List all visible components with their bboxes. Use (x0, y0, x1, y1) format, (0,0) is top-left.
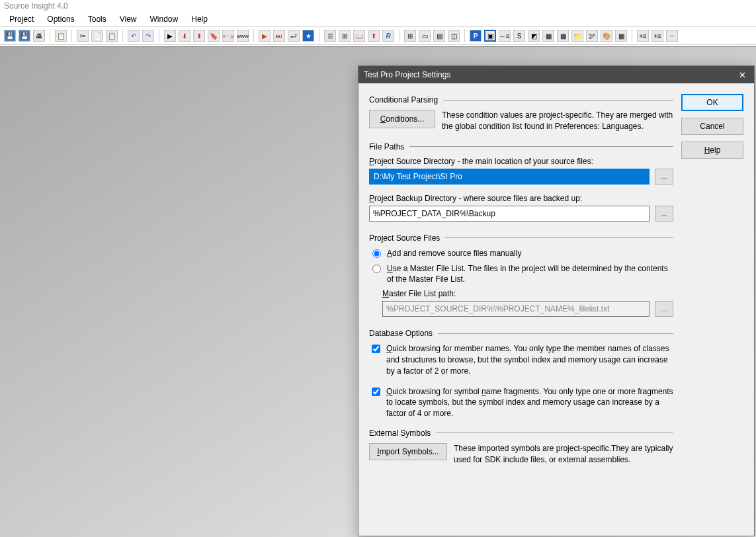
section-file-paths: File Paths (369, 142, 673, 151)
undo-icon[interactable]: ↶ (128, 30, 140, 42)
paste-icon[interactable]: 📋 (106, 30, 118, 42)
browse-backup-button[interactable]: ... (655, 206, 673, 222)
panel2-icon[interactable]: ▤ (433, 30, 445, 42)
browse-source-button[interactable]: ... (655, 169, 673, 185)
back-icon[interactable]: ⮐ (288, 30, 300, 42)
tag3-icon[interactable]: ▦ (557, 30, 569, 42)
section-database-options: Database Options (369, 329, 673, 338)
cancel-button[interactable]: Cancel (681, 118, 743, 135)
check-quick-fragments[interactable]: Quick browsing for symbol name fragments… (369, 386, 673, 419)
backup-directory-input[interactable] (369, 206, 650, 222)
inc-icon[interactable]: +≡ (637, 30, 649, 42)
master-path-input (382, 301, 650, 317)
bird-icon[interactable]: 🕊 (586, 30, 598, 42)
menu-options[interactable]: Options (40, 13, 81, 25)
bookmark-icon[interactable]: ▶ (164, 30, 176, 42)
external-row: Import Symbols... These imported symbols… (369, 443, 673, 466)
separator (253, 29, 254, 42)
separator (122, 29, 123, 42)
copy-icon[interactable]: 📋 (55, 30, 67, 42)
import-symbols-button[interactable]: Import Symbols... (369, 443, 447, 460)
master-path-block: Master File List path: ... (382, 289, 673, 317)
step-icon[interactable]: ⏭ (273, 30, 285, 42)
cut-icon[interactable]: ✂ (77, 30, 89, 42)
src-dir-row: ... (369, 169, 673, 185)
backup-dir-label: Project Backup Directory - where source … (369, 194, 673, 203)
tag1-icon[interactable]: ◩ (528, 30, 540, 42)
conditions-button[interactable]: Conditions... (369, 110, 435, 128)
menu-tools[interactable]: Tools (81, 13, 113, 25)
menu-bar: Project Options Tools View Window Help (0, 12, 756, 26)
up-icon[interactable]: ⬆ (368, 30, 380, 42)
separator (399, 29, 399, 42)
tag2-icon[interactable]: ▦ (542, 30, 554, 42)
nav1-icon[interactable]: ⬇ (179, 30, 190, 42)
save-icon[interactable]: 💾 (4, 30, 16, 42)
conditional-row: Conditions... These condition values are… (369, 110, 673, 133)
book-icon[interactable]: 📖 (353, 30, 365, 42)
copy2-icon[interactable]: 📄 (91, 30, 103, 42)
nav2-icon[interactable]: ⬇ (193, 30, 205, 42)
menu-project[interactable]: Project (3, 13, 40, 25)
separator (71, 29, 72, 42)
folder-icon[interactable]: 📁 (571, 30, 583, 42)
redo-icon[interactable]: ↷ (142, 30, 154, 42)
grid2-icon[interactable]: ▦ (615, 30, 627, 42)
indent-icon[interactable]: ←≡ (499, 30, 511, 42)
radio-master-list[interactable]: Use a Master File List. The files in the… (369, 263, 673, 286)
project-settings-dialog: Test Pro Project Settings ✕ Conditional … (358, 65, 755, 536)
list-icon[interactable]: ☰ (324, 30, 336, 42)
check-quick-members[interactable]: Quick browsing for member names. You onl… (369, 343, 673, 376)
radio-add-manual[interactable]: Add and remove source files manually (369, 248, 673, 259)
palette-icon[interactable]: 🎨 (601, 30, 612, 42)
master-path-label: Master File List path: (382, 289, 673, 298)
ok-button[interactable]: OK (681, 94, 743, 111)
print-icon[interactable]: 🖶 (33, 30, 45, 42)
separator (319, 29, 319, 42)
dialog-side-buttons: OK Cancel Help (681, 91, 743, 528)
separator (632, 29, 632, 42)
radio-manual-input[interactable] (372, 249, 381, 258)
help-button[interactable]: Help (681, 142, 743, 159)
section-conditional-parsing: Conditional Parsing (369, 95, 673, 104)
menu-view[interactable]: View (113, 13, 144, 25)
backup-dir-row: ... (369, 206, 673, 222)
radio-master-input[interactable] (372, 265, 381, 273)
toolbar: 💾 💾 🖶 📋 ✂ 📄 📋 ↶ ↷ ▶ ⬇ ⬇ 🔖 x↔y www ▶ ⏭ ⮐ … (0, 26, 756, 45)
xy-icon[interactable]: x↔y (222, 30, 234, 42)
check-quick-members-input[interactable] (372, 345, 380, 353)
section-source-files: Project Source Files (369, 233, 673, 243)
check-quick-fragments-input[interactable] (372, 388, 380, 396)
separator (159, 29, 159, 42)
src-dir-label: Project Source Directory - the main loca… (369, 157, 673, 166)
master-path-row: ... (382, 301, 673, 317)
dialog-titlebar[interactable]: Test Pro Project Settings ✕ (358, 66, 754, 83)
star-icon[interactable]: ★ (302, 30, 314, 42)
menu-help[interactable]: Help (185, 13, 214, 25)
section-external-symbols: External Symbols (369, 429, 673, 438)
tree-icon[interactable]: ⊞ (339, 30, 351, 42)
source-directory-input[interactable] (369, 169, 650, 185)
dec-icon[interactable]: +≡ (651, 30, 663, 42)
check-quick-members-label: Quick browsing for member names. You onl… (386, 343, 673, 376)
minus-icon[interactable]: − (666, 30, 678, 42)
menu-window[interactable]: Window (144, 13, 185, 25)
r-icon[interactable]: R (382, 30, 394, 42)
outline-icon[interactable]: ▣ (484, 30, 496, 42)
nav3-icon[interactable]: 🔖 (208, 30, 220, 42)
close-icon[interactable]: ✕ (735, 70, 749, 80)
check-quick-fragments-label: Quick browsing for symbol name fragments… (386, 386, 673, 419)
play-icon[interactable]: ▶ (259, 30, 271, 42)
grid-icon[interactable]: ⊞ (404, 30, 416, 42)
panel3-icon[interactable]: ◫ (448, 30, 460, 42)
www-icon[interactable]: www (237, 30, 249, 42)
conditional-desc: These condition values are project-speci… (442, 110, 673, 133)
saveall-icon[interactable]: 💾 (19, 30, 30, 42)
p-icon[interactable]: P (470, 30, 482, 42)
dialog-body: Conditional Parsing Conditions... These … (358, 83, 754, 536)
s-icon[interactable]: S (513, 30, 525, 42)
dialog-main: Conditional Parsing Conditions... These … (369, 91, 681, 528)
panel1-icon[interactable]: ▭ (419, 30, 431, 42)
separator (50, 29, 50, 42)
separator (464, 29, 465, 42)
